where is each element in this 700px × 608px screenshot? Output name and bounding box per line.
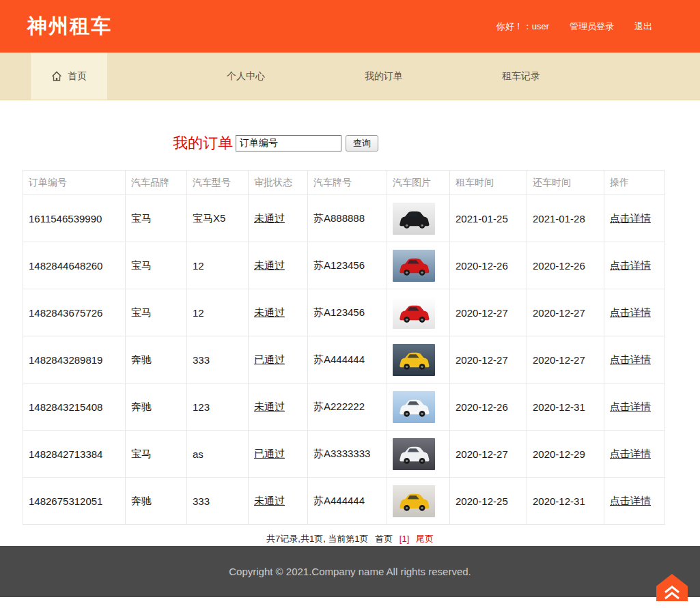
cell-rent-time: 2020-12-27 xyxy=(450,336,527,383)
car-photo xyxy=(393,438,435,470)
header: 神州租车 你好！：user 管理员登录 退出 xyxy=(0,0,700,53)
cell-return-time: 2020-12-27 xyxy=(527,336,604,383)
cell-image xyxy=(387,336,450,383)
cell-action: 点击详情 xyxy=(604,336,665,383)
cell-action: 点击详情 xyxy=(604,383,665,431)
status-link[interactable]: 未通过 xyxy=(254,212,285,224)
col-header-image: 汽车图片 xyxy=(387,171,450,195)
col-header-return-time: 还车时间 xyxy=(527,171,604,195)
chevron-up-icon xyxy=(656,574,688,601)
cell-brand: 奔驰 xyxy=(126,336,187,383)
nav-item-label: 首页 xyxy=(68,70,87,83)
cell-model: 宝马X5 xyxy=(187,195,249,242)
cell-image xyxy=(387,383,450,431)
order-id-input[interactable] xyxy=(236,135,341,151)
detail-link[interactable]: 点击详情 xyxy=(610,353,651,365)
table-row: 1482843215408 奔驰 123 未通过 苏A222222 xyxy=(23,383,665,431)
cell-model: 333 xyxy=(187,336,249,383)
cell-rent-time: 2020-12-25 xyxy=(450,478,527,525)
cell-rent-time: 2020-12-26 xyxy=(450,242,527,289)
back-to-top-button[interactable] xyxy=(656,574,688,601)
cell-image xyxy=(387,242,450,289)
car-photo xyxy=(393,485,435,517)
cell-action: 点击详情 xyxy=(604,431,665,478)
col-header-rent-time: 租车时间 xyxy=(450,171,527,195)
status-link[interactable]: 未通过 xyxy=(254,401,285,412)
status-link[interactable]: 未通过 xyxy=(254,259,285,271)
detail-link[interactable]: 点击详情 xyxy=(610,448,651,459)
detail-link[interactable]: 点击详情 xyxy=(610,495,651,506)
table-header-row: 订单编号 汽车品牌 汽车型号 审批状态 汽车牌号 汽车图片 租车时间 还车时间 … xyxy=(23,171,665,195)
car-photo xyxy=(393,203,435,235)
cell-model: 12 xyxy=(187,289,249,336)
cell-return-time: 2020-12-27 xyxy=(527,289,604,336)
col-header-plate: 汽车牌号 xyxy=(308,171,387,195)
page-title: 我的订单 xyxy=(173,133,233,154)
detail-link[interactable]: 点击详情 xyxy=(610,306,651,318)
cell-image xyxy=(387,289,450,336)
cell-order-id: 1482843215408 xyxy=(23,383,126,431)
pagination-summary: 共7记录,共1页, 当前第1页 xyxy=(266,534,369,544)
detail-link[interactable]: 点击详情 xyxy=(610,401,651,412)
car-photo xyxy=(393,391,435,423)
car-photo xyxy=(393,344,435,376)
col-header-status: 审批状态 xyxy=(249,171,308,195)
car-illustration xyxy=(395,347,433,373)
status-link[interactable]: 已通过 xyxy=(254,448,285,459)
cell-rent-time: 2020-12-27 xyxy=(450,431,527,478)
nav-item-rental-records[interactable]: 租车记录 xyxy=(453,53,589,100)
cell-model: as xyxy=(187,431,249,478)
cell-order-id: 1482844648260 xyxy=(23,242,126,289)
car-photo xyxy=(393,297,435,329)
nav-item-home[interactable]: 首页 xyxy=(31,53,107,100)
cell-brand: 宝马 xyxy=(126,289,187,336)
nav-item-label: 租车记录 xyxy=(502,70,540,83)
cell-status: 已通过 xyxy=(249,336,308,383)
nav-item-profile[interactable]: 个人中心 xyxy=(178,53,314,100)
pagination-last-link[interactable]: 尾页 xyxy=(416,534,434,544)
cell-plate: 苏A444444 xyxy=(308,478,387,525)
search-button[interactable]: 查询 xyxy=(346,135,378,151)
pagination-current-page[interactable]: [1] xyxy=(400,534,409,544)
cell-return-time: 2020-12-31 xyxy=(527,383,604,431)
col-header-action: 操作 xyxy=(604,171,665,195)
admin-login-link[interactable]: 管理员登录 xyxy=(570,20,614,33)
status-link[interactable]: 已通过 xyxy=(254,353,285,365)
logout-link[interactable]: 退出 xyxy=(634,20,652,33)
status-link[interactable]: 未通过 xyxy=(254,306,285,318)
nav-item-my-orders[interactable]: 我的订单 xyxy=(316,53,452,100)
order-search-bar: 我的订单 查询 xyxy=(173,133,700,154)
cell-return-time: 2020-12-29 xyxy=(527,431,604,478)
cell-model: 123 xyxy=(187,383,249,431)
status-link[interactable]: 未通过 xyxy=(254,495,285,506)
table-row: 1482844648260 宝马 12 未通过 苏A123456 2 xyxy=(23,242,665,289)
pagination: 共7记录,共1页, 当前第1页 首页 [1] 尾页 xyxy=(0,533,700,545)
header-links: 你好！：user 管理员登录 退出 xyxy=(496,20,652,33)
cell-plate: 苏A888888 xyxy=(308,195,387,242)
car-illustration xyxy=(395,488,433,514)
cell-status: 未通过 xyxy=(249,289,308,336)
cell-return-time: 2020-12-31 xyxy=(527,478,604,525)
table-row: 1611546539990 宝马 宝马X5 未通过 苏A888888 xyxy=(23,195,665,242)
cell-plate: 苏A222222 xyxy=(308,383,387,431)
cell-image xyxy=(387,478,450,525)
nav-item-label: 个人中心 xyxy=(227,70,265,83)
cell-status: 已通过 xyxy=(249,431,308,478)
cell-plate: 苏A3333333 xyxy=(308,431,387,478)
table-row: 1482675312051 奔驰 333 未通过 苏A444444 xyxy=(23,478,665,525)
cell-brand: 宝马 xyxy=(126,431,187,478)
cell-rent-time: 2020-12-27 xyxy=(450,289,527,336)
car-illustration xyxy=(395,394,433,420)
cell-plate: 苏A123456 xyxy=(308,242,387,289)
detail-link[interactable]: 点击详情 xyxy=(610,212,651,224)
cell-image xyxy=(387,431,450,478)
cell-plate: 苏A123456 xyxy=(308,289,387,336)
detail-link[interactable]: 点击详情 xyxy=(610,259,651,271)
greeting-text: 你好！：user xyxy=(496,20,549,33)
cell-rent-time: 2020-12-26 xyxy=(450,383,527,431)
car-illustration xyxy=(395,300,433,325)
orders-table: 订单编号 汽车品牌 汽车型号 审批状态 汽车牌号 汽车图片 租车时间 还车时间 … xyxy=(23,170,665,525)
car-illustration xyxy=(395,252,433,278)
cell-model: 333 xyxy=(187,478,249,525)
pagination-first-link[interactable]: 首页 xyxy=(375,534,393,544)
